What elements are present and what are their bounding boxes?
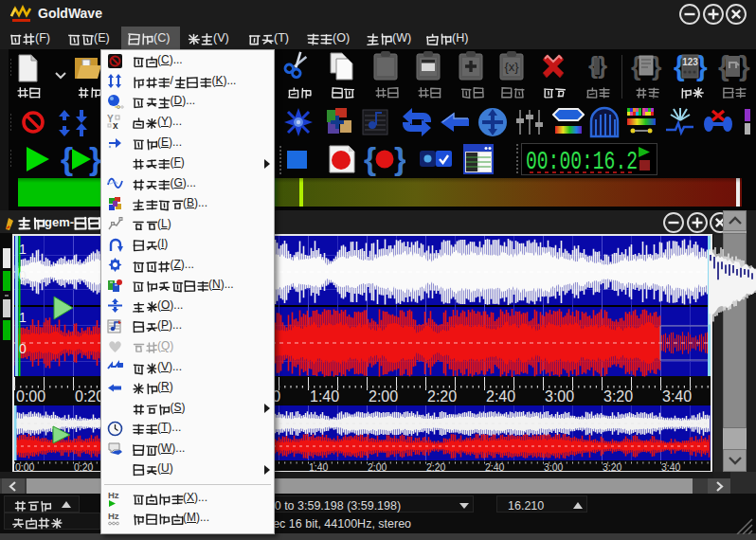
svg-text:}: }	[739, 50, 750, 81]
svg-text:2:40: 2:40	[486, 388, 515, 405]
svg-text:123: 123	[682, 57, 698, 67]
svg-text:0: 0	[19, 268, 27, 283]
svg-text:}: }	[394, 142, 405, 176]
svg-text:1:40: 1:40	[310, 388, 339, 405]
svg-text:{: {	[61, 142, 73, 176]
svg-text:}: }	[652, 52, 662, 81]
svg-text:1: 1	[19, 242, 27, 257]
svg-text:0:00: 0:00	[16, 388, 45, 405]
svg-text:3:20: 3:20	[603, 388, 633, 405]
svg-text:Hz: Hz	[108, 490, 119, 500]
svg-text:0: 0	[19, 341, 27, 356]
svg-text:x: x	[113, 120, 118, 131]
svg-text:00:00:16.2: 00:00:16.2	[526, 147, 638, 174]
svg-text:2:20: 2:20	[427, 388, 457, 405]
svg-text:{x}: {x}	[504, 60, 519, 74]
svg-text:1: 1	[19, 310, 27, 325]
svg-text:Hz: Hz	[108, 511, 119, 521]
svg-text:{: {	[364, 142, 376, 176]
svg-text:2:00: 2:00	[369, 388, 398, 405]
svg-text:3:40: 3:40	[662, 388, 692, 405]
svg-text:3:00: 3:00	[545, 388, 574, 405]
